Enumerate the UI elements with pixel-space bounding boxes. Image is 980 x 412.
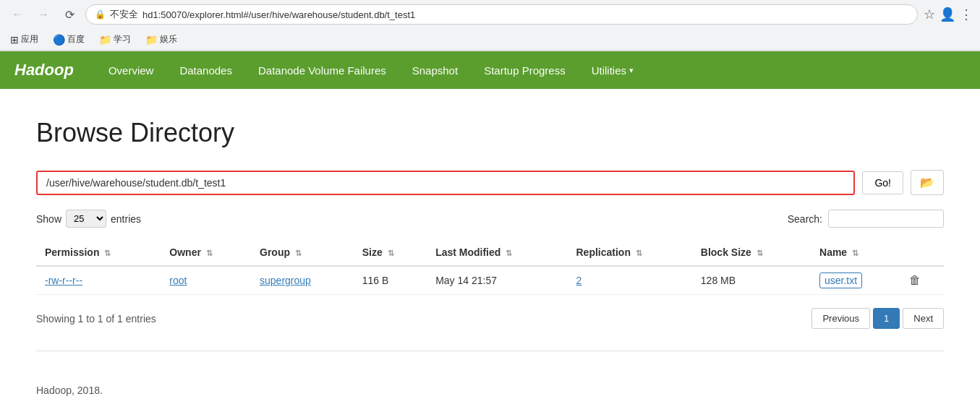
bookmark-icon[interactable]: ☆: [924, 7, 935, 22]
baidu-icon: 🔵: [53, 34, 65, 46]
cell-block-size: 128 MB: [692, 266, 811, 295]
hadoop-nav-items: Overview Datanodes Datanode Volume Failu…: [95, 54, 647, 87]
security-label: 不安全: [110, 8, 138, 21]
bookmark-apps[interactable]: ⊞ 应用: [7, 32, 41, 47]
sort-permission-icon[interactable]: ⇅: [104, 249, 111, 257]
owner-link[interactable]: root: [169, 275, 187, 286]
showing-text: Showing 1 to 1 of 1 entries: [36, 313, 156, 325]
table-row: -rw-r--r-- root supergroup 116 B May 14 …: [36, 266, 944, 295]
next-button[interactable]: Next: [903, 308, 944, 329]
col-group: Group ⇅: [251, 239, 354, 266]
menu-icon[interactable]: ⋮: [960, 7, 973, 22]
show-entries: Show 25 10 50 100 entries: [36, 210, 141, 228]
search-label: Search:: [788, 213, 822, 225]
page-title: Browse Directory: [36, 118, 944, 148]
bookmark-entertainment-label: 娱乐: [160, 33, 177, 46]
footer-text: Hadoop, 2018.: [36, 385, 103, 396]
forward-button[interactable]: →: [33, 4, 54, 25]
col-name: Name ⇅: [811, 239, 900, 266]
content-divider: [36, 351, 944, 351]
study-icon: 📁: [99, 34, 111, 46]
url-text: hd1:50070/explorer.html#/user/hive/wareh…: [142, 9, 415, 20]
bookmark-study[interactable]: 📁 学习: [96, 32, 134, 47]
nav-overview[interactable]: Overview: [95, 54, 167, 87]
controls-row: Show 25 10 50 100 entries Search:: [36, 210, 944, 228]
pagination-area: Showing 1 to 1 of 1 entries Previous 1 N…: [36, 308, 944, 329]
cell-group: supergroup: [251, 266, 354, 295]
search-row: Search:: [788, 210, 944, 228]
back-button[interactable]: ←: [7, 4, 27, 25]
data-table: Permission ⇅ Owner ⇅ Group ⇅ Size ⇅ Last…: [36, 239, 944, 295]
sort-lastmod-icon[interactable]: ⇅: [506, 249, 512, 257]
cell-last-modified: May 14 21:57: [427, 266, 567, 295]
sort-group-icon[interactable]: ⇅: [295, 249, 302, 257]
group-link[interactable]: supergroup: [260, 275, 311, 286]
search-input[interactable]: [828, 210, 944, 228]
bookmark-apps-label: 应用: [21, 33, 38, 46]
entries-label: entries: [111, 213, 141, 225]
browser-chrome: ← → ⟳ 🔒 不安全 hd1:50070/explorer.html#/use…: [0, 0, 980, 51]
previous-button[interactable]: Previous: [811, 308, 870, 329]
cell-size: 116 B: [354, 266, 427, 295]
browser-toolbar: ← → ⟳ 🔒 不安全 hd1:50070/explorer.html#/use…: [0, 0, 980, 29]
bookmarks-bar: ⊞ 应用 🔵 百度 📁 学习 📁 娱乐: [0, 29, 980, 51]
replication-link[interactable]: 2: [576, 275, 582, 286]
cell-owner: root: [161, 266, 251, 295]
hadoop-navbar: Hadoop Overview Datanodes Datanode Volum…: [0, 51, 980, 89]
file-name-link[interactable]: user.txt: [819, 272, 862, 288]
nav-utilities[interactable]: Utilities ▾: [579, 54, 647, 87]
sort-name-icon[interactable]: ⇅: [852, 249, 858, 257]
sort-owner-icon[interactable]: ⇅: [206, 249, 213, 257]
address-bar: 🔒 不安全 hd1:50070/explorer.html#/user/hive…: [85, 4, 918, 25]
permission-link[interactable]: -rw-r--r--: [45, 275, 82, 286]
footer: Hadoop, 2018.: [0, 385, 980, 411]
page-1-button[interactable]: 1: [873, 308, 900, 329]
pagination-buttons: Previous 1 Next: [811, 308, 944, 329]
col-block-size: Block Size ⇅: [692, 239, 811, 266]
folder-icon: 📂: [920, 176, 934, 189]
col-actions: [900, 239, 944, 266]
hadoop-brand: Hadoop: [14, 61, 74, 80]
col-last-modified: Last Modified ⇅: [427, 239, 567, 266]
security-icon: 🔒: [95, 9, 106, 20]
main-content: Browse Directory Go! 📂 Show 25 10 50 100…: [0, 89, 980, 385]
entertainment-icon: 📁: [145, 34, 158, 46]
cell-name: user.txt: [811, 266, 900, 295]
path-row: Go! 📂: [36, 170, 944, 195]
col-size: Size ⇅: [354, 239, 427, 266]
show-label: Show: [36, 213, 61, 225]
cell-permission: -rw-r--r--: [36, 266, 161, 295]
bookmark-study-label: 学习: [114, 33, 131, 46]
table-body: -rw-r--r-- root supergroup 116 B May 14 …: [36, 266, 944, 295]
entries-select[interactable]: 25 10 50 100: [66, 210, 106, 228]
delete-icon[interactable]: 🗑: [909, 274, 921, 286]
profile-icon[interactable]: 👤: [939, 7, 955, 22]
col-replication: Replication ⇅: [568, 239, 692, 266]
table-header: Permission ⇅ Owner ⇅ Group ⇅ Size ⇅ Last…: [36, 239, 944, 266]
bookmark-baidu[interactable]: 🔵 百度: [50, 32, 88, 47]
nav-datanode-volume-failures[interactable]: Datanode Volume Failures: [245, 54, 399, 87]
go-button[interactable]: Go!: [862, 171, 903, 194]
col-owner: Owner ⇅: [161, 239, 251, 266]
bookmark-baidu-label: 百度: [67, 33, 85, 46]
folder-button[interactable]: 📂: [911, 170, 944, 195]
dropdown-icon: ▾: [629, 66, 634, 75]
nav-datanodes[interactable]: Datanodes: [166, 54, 245, 87]
nav-snapshot[interactable]: Snapshot: [399, 54, 471, 87]
cell-delete: 🗑: [900, 266, 944, 295]
sort-blocksize-icon[interactable]: ⇅: [757, 249, 763, 257]
sort-size-icon[interactable]: ⇅: [388, 249, 394, 257]
sort-replication-icon[interactable]: ⇅: [636, 249, 642, 257]
bookmark-entertainment[interactable]: 📁 娱乐: [142, 32, 180, 47]
browser-actions: ☆ 👤 ⋮: [924, 7, 973, 22]
col-permission: Permission ⇅: [36, 239, 161, 266]
path-input[interactable]: [36, 171, 855, 195]
reload-button[interactable]: ⟳: [59, 4, 80, 25]
nav-startup-progress[interactable]: Startup Progress: [471, 54, 579, 87]
cell-replication: 2: [568, 266, 692, 295]
apps-icon: ⊞: [10, 34, 19, 46]
